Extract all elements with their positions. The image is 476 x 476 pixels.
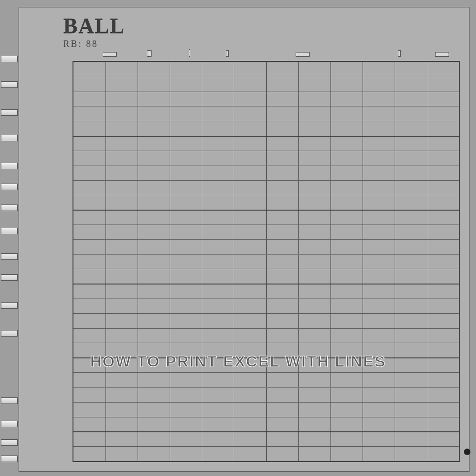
row-header-stub [1, 330, 18, 337]
grid-hline [73, 165, 459, 166]
row-header-stub [1, 397, 18, 404]
grid-hline [73, 195, 459, 195]
brand-title: BALL [63, 16, 125, 37]
row-header-stub [1, 81, 18, 88]
grid-hline [73, 92, 459, 92]
grid-rows [73, 62, 459, 461]
column-marker [398, 50, 401, 57]
grid-hline [73, 298, 459, 299]
column-marker [147, 50, 152, 57]
spreadsheet-grid[interactable] [73, 61, 460, 462]
grid-hline [73, 239, 459, 240]
grid-hline [73, 210, 459, 211]
grid-hline [73, 446, 459, 447]
grid-hline [73, 121, 459, 121]
grid-hline [73, 284, 459, 284]
grid-hline [73, 387, 459, 388]
column-markers [73, 48, 460, 60]
column-marker [189, 49, 190, 57]
column-marker [296, 52, 310, 57]
row-header-stub [1, 253, 18, 260]
grid-hline [73, 180, 459, 181]
row-header-stub [1, 302, 18, 309]
row-headers [0, 53, 19, 472]
grid-hline [73, 372, 459, 373]
column-marker [103, 52, 117, 57]
corner-dot-icon [464, 449, 470, 455]
row-header-stub [1, 135, 18, 141]
grid-hline [73, 106, 459, 106]
grid-hline [73, 402, 459, 403]
grid-hline [73, 136, 459, 137]
row-header-stub [1, 439, 18, 446]
grid-hline [73, 225, 459, 225]
caption-title: How to Print Excel with Lines [85, 352, 391, 370]
column-marker [435, 52, 449, 57]
grid-hline [73, 328, 459, 329]
grid-hline [73, 77, 459, 77]
row-header-stub [1, 109, 18, 116]
row-header-stub [1, 184, 18, 190]
row-header-stub [1, 421, 18, 427]
row-header-stub [1, 456, 18, 462]
brand-subtitle: RB: 88 [63, 39, 125, 48]
row-header-stub [1, 274, 18, 281]
brand-block: BALL RB: 88 [63, 16, 125, 48]
spreadsheet-sheet: BALL RB: 88 [19, 7, 469, 472]
column-marker [226, 50, 229, 57]
grid-hline [73, 313, 459, 314]
grid-hline [73, 254, 459, 255]
row-header-stub [1, 205, 18, 211]
grid-hline [73, 343, 459, 343]
row-header-stub [1, 228, 18, 234]
row-header-stub [1, 163, 18, 169]
grid-hline [73, 151, 459, 151]
grid-hline [73, 269, 459, 269]
row-header-stub [1, 56, 18, 62]
grid-hline [73, 431, 459, 432]
grid-hline [73, 417, 459, 417]
